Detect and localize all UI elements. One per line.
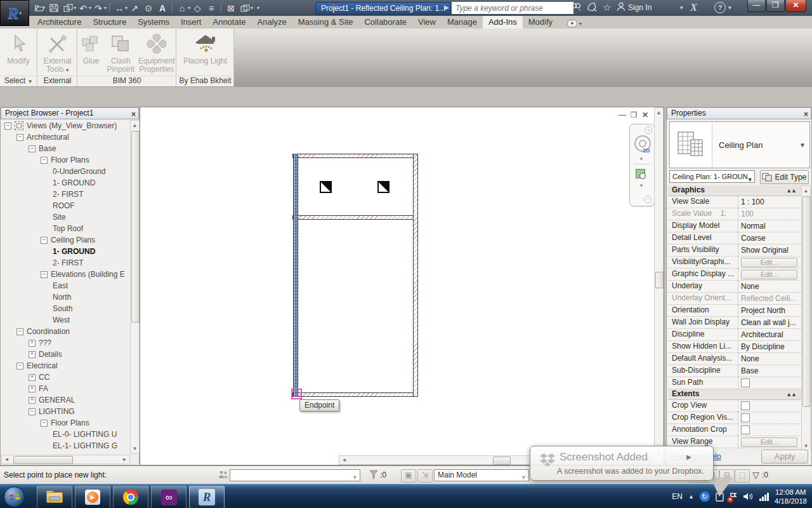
property-value[interactable]: Edit... — [738, 269, 801, 280]
property-value[interactable]: Clean all wall j... — [738, 317, 801, 328]
tree-item[interactable]: +CC — [2, 371, 130, 383]
select-toggle-icon[interactable]: ⬚ — [735, 469, 750, 483]
properties-title[interactable]: Properties × — [667, 107, 811, 119]
chevron-down-icon[interactable]: ▼ — [799, 142, 809, 149]
tab-add-ins[interactable]: Add-Ins — [483, 16, 523, 29]
property-value[interactable]: Edit... — [738, 257, 801, 268]
view-close-icon[interactable]: ✕ — [641, 111, 650, 119]
active-workset-combobox[interactable]: ▼ — [230, 469, 360, 481]
type-selector[interactable]: Ceiling Plan ▼ — [669, 121, 810, 168]
expand-icon[interactable]: + — [29, 397, 36, 404]
undo-icon[interactable]: ↶ — [77, 2, 89, 15]
sync-icon[interactable]: ↻ — [700, 491, 710, 502]
customize-qat-icon[interactable]: ▾ — [257, 5, 259, 11]
property-row[interactable]: View Scale1 : 100 — [668, 196, 801, 208]
taskbar-app-chrome[interactable] — [113, 486, 148, 508]
property-row[interactable]: Scale Value 1:100 — [668, 208, 801, 220]
property-value[interactable]: Architectural — [738, 329, 801, 340]
collapse-icon[interactable]: − — [16, 363, 23, 370]
help-search-input[interactable] — [452, 2, 573, 14]
collapse-section-icon[interactable]: ▲▲ — [786, 390, 796, 399]
tree-item[interactable]: West — [2, 314, 130, 326]
collapse-icon[interactable]: − — [4, 123, 11, 130]
save-icon[interactable] — [48, 2, 60, 15]
property-value[interactable]: Project North — [738, 305, 801, 316]
tree-item[interactable]: EL-1- LIGHTING G — [2, 440, 130, 451]
worksets-icon[interactable] — [218, 470, 228, 481]
open-icon[interactable] — [34, 2, 46, 15]
tab-architecture[interactable]: Architecture — [32, 16, 87, 29]
property-row[interactable]: Parts VisibilityShow Original — [668, 244, 801, 257]
properties-scrollbar[interactable]: ▲ ▼ — [801, 185, 811, 451]
collapse-icon[interactable]: − — [41, 420, 48, 427]
property-value[interactable] — [738, 377, 801, 389]
tree-item[interactable]: −Base — [2, 143, 130, 154]
apply-button[interactable]: Apply — [761, 450, 808, 464]
tree-item[interactable]: 1- GROUND — [2, 177, 130, 189]
collapse-icon[interactable]: − — [16, 134, 23, 141]
ribbon-display-toggle[interactable]: ▾ ▾ — [567, 20, 582, 27]
tree-item[interactable]: +??? — [2, 337, 130, 349]
tray-clock[interactable]: 12:08 AM 4/18/2018 — [775, 488, 809, 505]
tree-item[interactable]: South — [2, 303, 130, 314]
tree-item[interactable]: −Floor Plans — [2, 417, 130, 429]
tree-item[interactable]: 2- FIRST — [2, 189, 130, 200]
sign-in-button[interactable]: Sign In — [628, 3, 652, 12]
tree-item[interactable]: 0-UnderGround — [2, 166, 130, 177]
transfer-icon[interactable] — [62, 2, 74, 15]
dropdown-arrow-icon[interactable]: ▾ — [104, 5, 107, 11]
minimize-button[interactable]: — — [747, 0, 766, 12]
wall-top[interactable] — [292, 154, 418, 158]
restore-button[interactable]: ❐ — [766, 0, 785, 12]
tree-item[interactable]: Top Roof — [2, 223, 130, 234]
tree-item[interactable]: +GENERAL — [2, 394, 130, 406]
measure-icon[interactable]: ↔ — [113, 2, 126, 15]
notification-expand-icon[interactable]: ▶ — [686, 453, 691, 460]
tab-systems[interactable]: Systems — [132, 16, 175, 29]
design-option-combobox[interactable]: Main Model ▼ — [434, 469, 529, 481]
add-to-set-icon[interactable]: ⇲ — [417, 469, 433, 483]
help-dropdown-icon[interactable]: ▾ — [728, 4, 731, 11]
tree-item[interactable]: Site — [2, 211, 130, 223]
checkbox[interactable] — [741, 413, 750, 422]
checkbox[interactable] — [741, 401, 750, 410]
collapse-icon[interactable]: − — [41, 237, 48, 244]
switch-windows-icon[interactable] — [239, 2, 251, 15]
collapse-icon[interactable]: − — [41, 271, 48, 278]
property-row[interactable]: Display ModelNormal — [668, 220, 801, 232]
wall-bottom[interactable] — [292, 392, 418, 397]
aligned-dimension-icon[interactable]: ↗ — [128, 2, 141, 15]
wall-middle[interactable] — [292, 215, 418, 220]
property-value[interactable]: 1 : 100 — [738, 196, 801, 208]
navbar-close-icon[interactable]: × — [645, 126, 652, 134]
lighting-fixture-symbol[interactable] — [377, 181, 390, 193]
redo-icon[interactable]: ↷ — [92, 2, 105, 15]
property-value[interactable] — [738, 400, 801, 411]
equipment-properties-button[interactable]: Equipment Properties — [138, 30, 176, 76]
filter-icon[interactable]: ▽ — [752, 470, 759, 480]
dropdown-arrow-icon[interactable]: ▾ — [188, 5, 190, 11]
checkbox[interactable] — [741, 425, 750, 434]
property-row[interactable]: Detail LevelCoarse — [668, 232, 801, 244]
tab-annotate[interactable]: Annotate — [207, 16, 251, 29]
close-button[interactable]: ✕ — [785, 0, 806, 12]
collapse-icon[interactable]: − — [16, 328, 23, 335]
tab-manage[interactable]: Manage — [442, 16, 483, 29]
property-row[interactable]: Graphic Display ...Edit... — [668, 269, 801, 281]
expand-icon[interactable]: + — [29, 351, 36, 358]
property-row[interactable]: Default Analysis...None — [668, 353, 801, 365]
property-value[interactable]: None — [738, 281, 801, 292]
tree-item[interactable]: −Elevations (Building E — [2, 269, 130, 280]
tree-item[interactable]: ROOF — [2, 200, 130, 211]
edit-button[interactable]: Edit... — [741, 270, 797, 279]
tab-modify[interactable]: Modify — [523, 16, 558, 29]
panel-caption-select[interactable]: Select ▼ — [0, 76, 37, 86]
language-indicator[interactable]: EN — [672, 492, 683, 501]
property-row[interactable]: DisciplineArchitectural — [668, 329, 801, 341]
property-value[interactable]: Base — [738, 365, 801, 377]
volume-icon[interactable] — [743, 492, 754, 501]
tree-item[interactable]: 2- FIRST — [2, 257, 130, 269]
collapse-icon[interactable]: − — [41, 157, 48, 164]
property-value[interactable] — [738, 424, 801, 436]
tree-item[interactable]: −Views (My_View_Browser) — [2, 120, 130, 131]
